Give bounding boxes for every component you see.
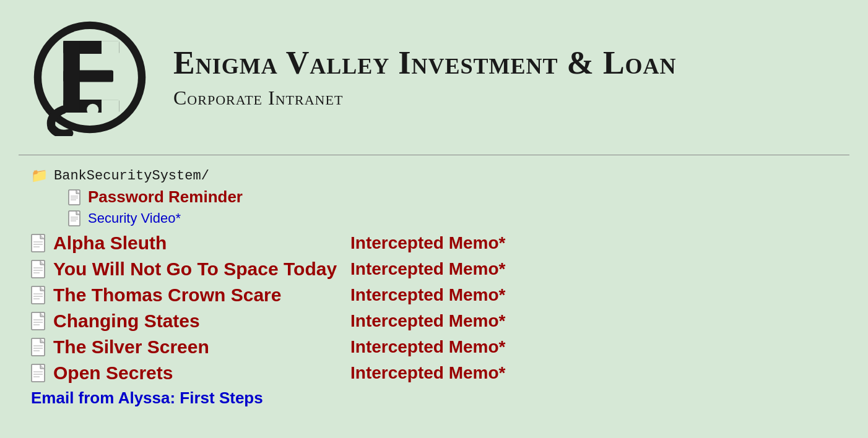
main-file-row-1: You Will Not Go To Space Today Intercept… (31, 259, 837, 280)
bottom-link-row: Email from Alyssa: First Steps (31, 389, 837, 408)
logo-container (25, 12, 155, 142)
main-file-row-5: Open Secrets Intercepted Memo* (31, 363, 837, 384)
intercepted-link-3[interactable]: Intercepted Memo* (350, 311, 506, 331)
main-file-row-2: The Thomas Crown Scare Intercepted Memo* (31, 285, 837, 306)
svg-rect-3 (102, 41, 119, 54)
folder-section: 📁 BankSecuritySystem/ Password Reminder (31, 168, 837, 226)
sub-file-row-1: Security Video* (68, 210, 837, 226)
main-doc-icon-1 (31, 260, 47, 278)
folder-row: 📁 BankSecuritySystem/ (31, 168, 837, 184)
main-doc-icon-2 (31, 286, 47, 304)
company-logo (31, 19, 149, 136)
intercepted-link-4[interactable]: Intercepted Memo* (350, 337, 506, 357)
doc-icon-1 (68, 210, 82, 226)
main-doc-icon-0 (31, 234, 47, 252)
main-doc-icon-3 (31, 312, 47, 330)
main-file-rows: Alpha Sleuth Intercepted Memo* You Will … (31, 233, 837, 408)
intercepted-link-2[interactable]: Intercepted Memo* (350, 285, 506, 305)
intercepted-link-1[interactable]: Intercepted Memo* (350, 259, 506, 279)
svg-rect-6 (102, 100, 119, 113)
header: Enigma Valley Investment & Loan Corporat… (0, 0, 868, 155)
sub-file-link-1[interactable]: Security Video* (88, 210, 181, 226)
folder-icon: 📁 (31, 168, 48, 184)
main-file-link-1[interactable]: You Will Not Go To Space Today (53, 259, 350, 280)
sub-file-row-0: Password Reminder (68, 187, 837, 207)
svg-rect-7 (63, 41, 80, 113)
main-file-row-4: The Silver Screen Intercepted Memo* (31, 337, 837, 358)
main-file-link-0[interactable]: Alpha Sleuth (53, 233, 350, 254)
main-file-link-5[interactable]: Open Secrets (53, 363, 350, 384)
folder-name: BankSecuritySystem/ (54, 168, 209, 184)
intercepted-link-5[interactable]: Intercepted Memo* (350, 363, 506, 383)
company-name: Enigma Valley Investment & Loan (173, 45, 677, 80)
main-file-row-3: Changing States Intercepted Memo* (31, 311, 837, 332)
doc-icon-0 (68, 189, 82, 205)
company-subtitle: Corporate Intranet (173, 87, 677, 110)
sub-file-link-0[interactable]: Password Reminder (88, 187, 243, 207)
bottom-email-link[interactable]: Email from Alyssa: First Steps (31, 389, 263, 408)
main-content: 📁 BankSecuritySystem/ Password Reminder (0, 155, 868, 425)
main-file-link-3[interactable]: Changing States (53, 311, 350, 332)
svg-point-8 (87, 104, 98, 116)
main-file-row-0: Alpha Sleuth Intercepted Memo* (31, 233, 837, 254)
intercepted-link-0[interactable]: Intercepted Memo* (350, 233, 506, 253)
main-doc-icon-5 (31, 364, 47, 382)
main-file-link-2[interactable]: The Thomas Crown Scare (53, 285, 350, 306)
sub-items: Password Reminder Security Video* (68, 187, 837, 226)
main-file-link-4[interactable]: The Silver Screen (53, 337, 350, 358)
main-doc-icon-4 (31, 338, 47, 356)
title-container: Enigma Valley Investment & Loan Corporat… (173, 45, 677, 110)
